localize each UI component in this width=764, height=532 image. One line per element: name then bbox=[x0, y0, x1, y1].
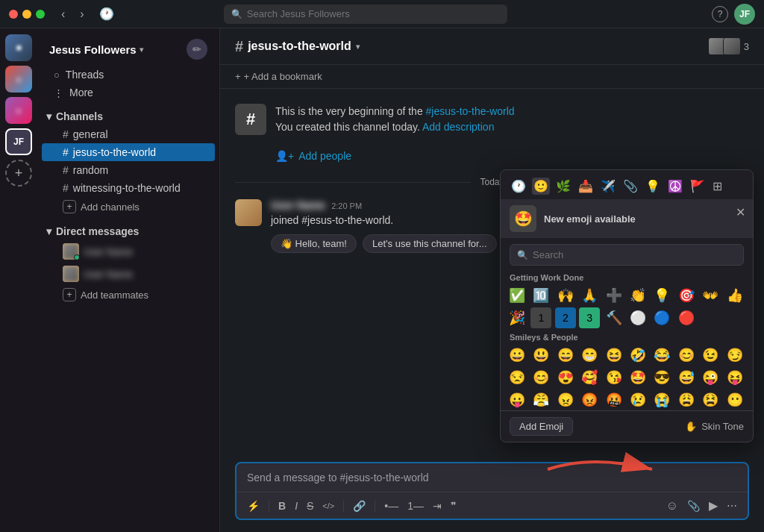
toolbar-lightning-button[interactable]: ⚡ bbox=[244, 497, 263, 515]
emoji-item[interactable]: 😤 bbox=[530, 389, 551, 410]
add-teammates-item[interactable]: + Add teammates bbox=[42, 285, 215, 304]
emoji-cat-leaf[interactable]: 🌿 bbox=[554, 178, 572, 195]
emoji-item[interactable]: 🙏 bbox=[579, 285, 600, 306]
emoji-item[interactable]: 🔵 bbox=[651, 307, 672, 328]
emoji-cat-inbox[interactable]: 📥 bbox=[577, 178, 595, 195]
emoji-notification-close-button[interactable]: ✕ bbox=[736, 205, 745, 219]
emoji-cat-bulb[interactable]: 💡 bbox=[644, 178, 662, 195]
sidebar-item-threads[interactable]: ○ Threads bbox=[42, 66, 215, 84]
emoji-item[interactable]: 😭 bbox=[651, 389, 672, 410]
message-input-top[interactable]: Send a message to #jesus-to-the-world bbox=[237, 463, 748, 492]
emoji-item[interactable]: 🤬 bbox=[604, 389, 624, 410]
emoji-item[interactable]: 😒 bbox=[507, 367, 527, 388]
history-button[interactable]: 🕐 bbox=[95, 5, 119, 22]
search-input[interactable] bbox=[247, 8, 500, 19]
emoji-item[interactable]: 😛 bbox=[507, 389, 527, 410]
emoji-item[interactable]: ➕ bbox=[604, 285, 624, 306]
emoji-item[interactable]: 😡 bbox=[579, 389, 600, 410]
channel-item-general[interactable]: # general bbox=[42, 125, 215, 143]
toolbar-send-button[interactable]: ▶ bbox=[706, 495, 721, 516]
add-channels-item[interactable]: + Add channels bbox=[42, 197, 215, 216]
emoji-item[interactable]: 😀 bbox=[507, 345, 527, 366]
emoji-item[interactable]: 👐 bbox=[700, 285, 721, 306]
emoji-item[interactable]: 😃 bbox=[530, 345, 551, 366]
emoji-item[interactable]: 3 bbox=[579, 307, 600, 328]
workspace-icon-3[interactable]: ● bbox=[5, 97, 32, 124]
emoji-item[interactable]: 😫 bbox=[700, 389, 721, 410]
emoji-item[interactable]: 🎉 bbox=[507, 307, 527, 328]
toolbar-code-button[interactable]: </> bbox=[319, 498, 337, 513]
emoji-item[interactable]: 🔨 bbox=[604, 307, 624, 328]
dm-item-2[interactable]: User Name bbox=[42, 263, 215, 285]
emoji-item[interactable]: 😁 bbox=[579, 345, 600, 366]
emoji-item[interactable]: 😍 bbox=[555, 367, 576, 388]
emoji-item[interactable]: 😢 bbox=[627, 389, 648, 410]
channel-item-jesus-to-the-world[interactable]: # jesus-to-the-world bbox=[42, 143, 215, 161]
member-avatars[interactable]: 3 bbox=[708, 37, 749, 55]
workspace-icon-jf[interactable]: JF bbox=[5, 128, 32, 155]
emoji-item[interactable]: 👍 bbox=[724, 285, 745, 306]
channel-title[interactable]: # jesus-to-the-world ▾ bbox=[235, 38, 360, 55]
workspace-name[interactable]: Jesus Followers ▾ bbox=[49, 43, 143, 56]
add-workspace-button[interactable]: + bbox=[5, 160, 32, 187]
bookmark-bar[interactable]: + + Add a bookmark bbox=[220, 65, 764, 89]
emoji-item[interactable]: 🔴 bbox=[676, 307, 697, 328]
channel-link[interactable]: #jesus-to-the-world bbox=[426, 105, 515, 117]
channels-section-header[interactable]: ▾ Channels bbox=[37, 107, 219, 125]
toolbar-more-button[interactable]: ⋯ bbox=[724, 497, 740, 515]
emoji-item[interactable]: 😩 bbox=[676, 389, 697, 410]
toolbar-bold-button[interactable]: B bbox=[275, 497, 289, 515]
emoji-item[interactable]: 🙌 bbox=[555, 285, 576, 306]
emoji-item[interactable]: 😊 bbox=[676, 345, 697, 366]
emoji-cat-clock[interactable]: 🕐 bbox=[510, 178, 527, 195]
emoji-cat-plane[interactable]: ✈️ bbox=[599, 178, 617, 195]
emoji-cat-smile[interactable]: 🙂 bbox=[532, 178, 550, 195]
emoji-item[interactable]: 😎 bbox=[651, 367, 672, 388]
emoji-item[interactable]: 1 bbox=[530, 307, 551, 328]
user-avatar[interactable]: JF bbox=[734, 4, 755, 25]
toolbar-list-number-button[interactable]: 1— bbox=[404, 497, 427, 515]
add-emoji-button[interactable]: Add Emoji bbox=[510, 417, 573, 436]
workspace-icon-2[interactable]: ● bbox=[5, 66, 32, 93]
forward-button[interactable]: › bbox=[75, 6, 88, 22]
suggestion-hello[interactable]: 👋 Hello, team! bbox=[271, 234, 357, 253]
toolbar-blockquote-button[interactable]: ❞ bbox=[448, 497, 460, 515]
emoji-item[interactable]: 😝 bbox=[724, 367, 745, 388]
add-description-link[interactable]: Add description bbox=[422, 121, 495, 133]
help-button[interactable]: ? bbox=[712, 6, 728, 22]
emoji-cat-peace[interactable]: ☮️ bbox=[666, 178, 684, 195]
emoji-search-input[interactable] bbox=[510, 244, 744, 266]
toolbar-italic-button[interactable]: I bbox=[292, 497, 301, 515]
sidebar-item-more[interactable]: ⋮ More bbox=[42, 84, 215, 101]
emoji-item[interactable]: 😠 bbox=[555, 389, 576, 410]
emoji-item[interactable]: 😆 bbox=[604, 345, 624, 366]
toolbar-indent-button[interactable]: ⇥ bbox=[430, 497, 445, 515]
emoji-item[interactable]: 🤣 bbox=[627, 345, 648, 366]
dm-item-1[interactable]: User Name bbox=[42, 240, 215, 263]
emoji-item[interactable]: 😂 bbox=[651, 345, 672, 366]
maximize-traffic-light[interactable] bbox=[36, 10, 45, 19]
search-bar[interactable]: 🔍 bbox=[224, 4, 507, 24]
toolbar-emoji-button[interactable]: ☺ bbox=[663, 496, 681, 516]
toolbar-list-bullet-button[interactable]: •​— bbox=[381, 497, 401, 515]
emoji-item[interactable]: 😄 bbox=[555, 345, 576, 366]
back-button[interactable]: ‹ bbox=[57, 6, 69, 22]
add-people-button[interactable]: 👤+ Add people bbox=[275, 150, 749, 162]
suggestion-channel[interactable]: Let's use this channel for... bbox=[363, 234, 497, 253]
emoji-item[interactable]: 😶 bbox=[724, 389, 745, 410]
workspace-icon-1[interactable]: ■ bbox=[5, 34, 32, 61]
emoji-item[interactable]: 2 bbox=[555, 307, 576, 328]
emoji-cat-grid[interactable]: ⊞ bbox=[711, 178, 724, 195]
toolbar-link-button[interactable]: 🔗 bbox=[350, 497, 369, 515]
emoji-item[interactable]: ✅ bbox=[507, 285, 527, 306]
edit-button[interactable]: ✏ bbox=[187, 39, 207, 60]
emoji-item[interactable]: 👏 bbox=[627, 285, 648, 306]
minimize-traffic-light[interactable] bbox=[22, 10, 31, 19]
emoji-cat-flag[interactable]: 🚩 bbox=[689, 178, 707, 195]
emoji-item[interactable]: 😏 bbox=[724, 345, 745, 366]
emoji-item[interactable]: 😘 bbox=[604, 367, 624, 388]
emoji-item[interactable]: 😜 bbox=[700, 367, 721, 388]
channel-item-witnessing[interactable]: # witnessing-to-the-world bbox=[42, 179, 215, 197]
toolbar-strikethrough-button[interactable]: S bbox=[304, 497, 316, 515]
skin-tone-button[interactable]: ✋ Skin Tone bbox=[685, 421, 744, 432]
